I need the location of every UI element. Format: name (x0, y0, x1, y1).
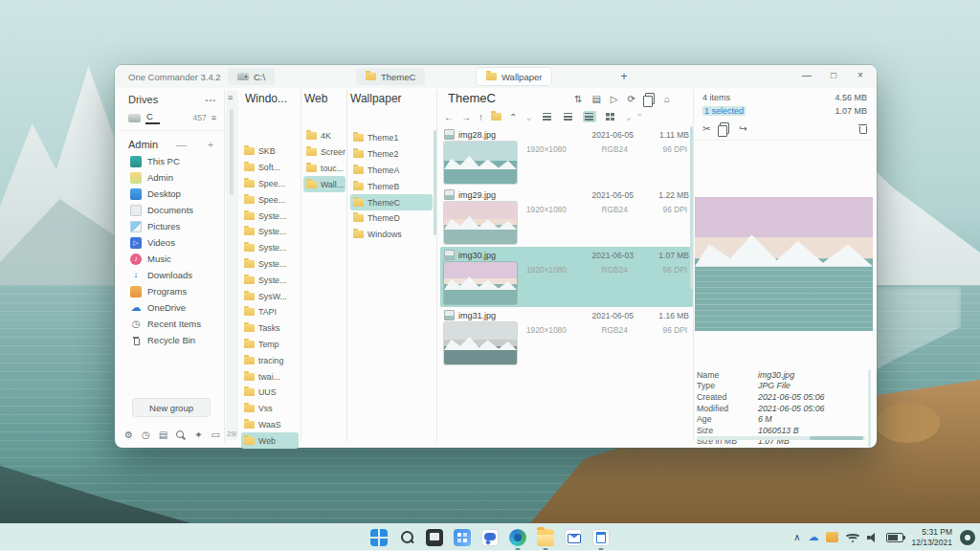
select-list-icon[interactable]: ▤ (591, 94, 600, 104)
column-menu-icon[interactable]: ≡ (228, 93, 233, 102)
folder-themea[interactable]: ThemeA (350, 163, 433, 179)
add-group-item-button[interactable]: + (205, 139, 216, 150)
maximize-button[interactable]: □ (825, 70, 842, 80)
folder-4k[interactable]: 4K (303, 128, 345, 144)
more-options-icon[interactable]: ⌄ ⌃ (625, 112, 644, 122)
notification-bell-icon[interactable] (960, 530, 975, 545)
details-horizontal-scrollbar[interactable] (697, 436, 865, 440)
folder-tracing[interactable]: tracing (241, 352, 299, 368)
expand-icon[interactable]: ⌃ (509, 112, 517, 122)
taskbar-search-icon[interactable] (398, 529, 415, 546)
tray-chevron-icon[interactable]: ∧ (793, 533, 800, 542)
tools-icon[interactable]: ✦ (194, 430, 202, 440)
view-list-icon[interactable] (541, 111, 554, 122)
folder-speech2[interactable]: Spee... (241, 191, 299, 208)
pane-title[interactable]: ThemeC (448, 91, 496, 105)
sidebar-item-onedrive[interactable]: ☁OneDrive (119, 299, 224, 316)
chat-icon[interactable] (481, 529, 499, 546)
folder-system4[interactable]: Syste... (241, 256, 299, 273)
delete-icon[interactable] (858, 123, 867, 134)
column-title-windows[interactable]: Windo... (245, 92, 287, 105)
sidebar-item-documents[interactable]: Documents (119, 202, 224, 218)
sidebar-item-recycle-bin[interactable]: Recycle Bin (119, 332, 224, 348)
new-group-button[interactable]: New group (132, 398, 211, 417)
folder-system3[interactable]: Syste... (241, 240, 299, 256)
sort-icon[interactable]: ⇅ (574, 94, 582, 104)
folder-syswow[interactable]: SysW... (241, 288, 299, 304)
folder-tasks[interactable]: Tasks (241, 320, 299, 337)
drive-menu-icon[interactable]: ≡ (212, 113, 216, 122)
tab-wallpaper[interactable]: Wallpaper (477, 68, 551, 85)
folder-themec-selected[interactable]: ThemeC (350, 194, 433, 210)
sidebar-item-pictures[interactable]: Pictures (119, 218, 224, 234)
sidebar-item-music[interactable]: ♪Music (119, 251, 224, 267)
clone-tab-icon[interactable] (645, 93, 655, 104)
file-row-img28[interactable]: img28.jpg 2021-06-05 1.11 MB 1920×1080 R… (440, 126, 693, 187)
folder-vss[interactable]: Vss (241, 401, 299, 417)
wifi-icon[interactable] (846, 532, 859, 542)
onedrive-tray-icon[interactable]: ☁ (808, 532, 818, 542)
settings-gear-icon[interactable]: ⚙ (124, 430, 133, 440)
close-button[interactable]: × (852, 70, 869, 80)
move-icon[interactable]: ↪ (739, 123, 746, 134)
folder-system[interactable]: Syste... (241, 208, 299, 224)
details-scrollbar[interactable] (868, 369, 871, 448)
folder-temp[interactable]: Temp (241, 337, 299, 353)
refresh-icon[interactable]: ⟳ (628, 94, 635, 104)
history-clock-icon[interactable]: ◷ (142, 430, 150, 440)
collapse-icon[interactable]: ⌄ (524, 112, 532, 122)
sidebar-item-desktop[interactable]: Desktop (119, 186, 224, 202)
folder-web-selected[interactable]: Web (241, 432, 299, 449)
window-titlebar[interactable]: One Commander 3.4.2 C:\ ThemeC Wallpaper… (115, 65, 877, 88)
file-explorer-icon[interactable] (537, 529, 554, 546)
folder-touch[interactable]: touc... (303, 161, 345, 177)
drives-menu-button[interactable]: ••• (206, 96, 216, 104)
back-icon[interactable]: ← (444, 112, 454, 122)
folder-uus[interactable]: UUS (241, 385, 299, 401)
view-thumbnails-icon[interactable] (583, 111, 596, 122)
folder-windows[interactable]: Windows (350, 227, 433, 243)
file-row-img30-selected[interactable]: img30.jpg 2021-06-03 1.07 MB 1920×1080 R… (440, 247, 693, 307)
home-icon[interactable]: ⌂ (664, 94, 670, 104)
forward-icon[interactable]: → (461, 112, 471, 122)
one-commander-taskbar-icon[interactable] (592, 529, 610, 546)
drive-c-row[interactable]: C 457 ≡ (119, 107, 224, 131)
copy-icon[interactable] (720, 122, 729, 134)
folder-screen[interactable]: Screen (303, 144, 345, 161)
widgets-icon[interactable] (454, 529, 471, 546)
edge-browser-icon[interactable] (509, 529, 526, 546)
volume-icon[interactable] (867, 533, 879, 542)
folder-speech[interactable]: Spee... (241, 176, 299, 192)
play-icon[interactable]: ▷ (611, 94, 618, 104)
window-mode-icon[interactable]: ▭ (212, 430, 220, 440)
folder-system2[interactable]: Syste... (241, 224, 299, 240)
file-row-img31[interactable]: img31.jpg 2021-06-05 1.16 MB 1920×1080 R… (440, 307, 693, 367)
view-grid-icon[interactable] (604, 111, 617, 122)
folder-system5[interactable]: Syste... (241, 272, 299, 288)
folder-themed[interactable]: ThemeD (350, 210, 433, 227)
column-title-web[interactable]: Web (304, 92, 327, 105)
start-button-icon[interactable] (370, 529, 388, 546)
folder-tapi[interactable]: TAPI (241, 304, 299, 320)
mail-icon[interactable] (565, 529, 582, 546)
search-icon[interactable] (176, 430, 186, 440)
minimize-button[interactable]: — (798, 70, 815, 80)
folder-themeb[interactable]: ThemeB (350, 178, 433, 194)
sidebar-item-videos[interactable]: ▷Videos (119, 234, 224, 251)
task-view-icon[interactable] (426, 529, 443, 546)
up-icon[interactable]: ↑ (479, 112, 483, 122)
cut-icon[interactable]: ✂ (702, 123, 710, 134)
strip-scrollbar[interactable] (230, 109, 234, 195)
new-tab-button[interactable]: + (614, 68, 634, 85)
folder-twain[interactable]: twai... (241, 368, 299, 385)
folder-theme1[interactable]: Theme1 (350, 130, 433, 146)
selected-count[interactable]: 1 selected (702, 106, 746, 116)
folder-wallpaper-selected[interactable]: Wall... (303, 176, 345, 192)
view-details-icon[interactable] (562, 111, 575, 122)
parent-folders-strip[interactable]: ≡ 29/ (226, 90, 238, 440)
tab-themec[interactable]: ThemeC (356, 68, 425, 85)
sidebar-item-recent-items[interactable]: ◷Recent Items (119, 316, 224, 332)
file-row-img29[interactable]: img29.jpg 2021-06-05 1.22 MB 1920×1080 R… (440, 187, 693, 247)
sidebar-item-programs[interactable]: Programs (119, 283, 224, 299)
layout-columns-icon[interactable]: ▤ (159, 430, 167, 440)
